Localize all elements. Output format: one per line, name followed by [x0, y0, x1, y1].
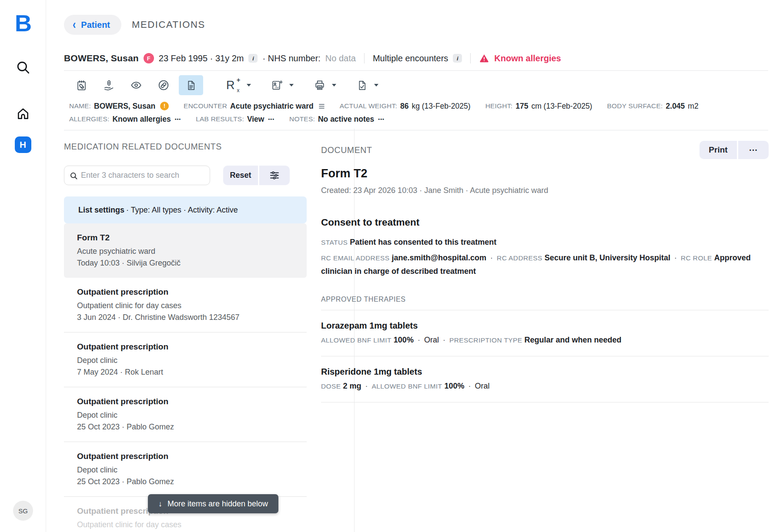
therapy-item: Risperidone 1mg tablets DOSE 2 mg · ALLO…: [321, 356, 769, 402]
administration-icon: [103, 80, 115, 91]
referral-add-icon: Ref: [271, 79, 283, 91]
referral-button[interactable]: Ref: [271, 79, 294, 91]
home-button[interactable]: [16, 107, 30, 121]
info-name-value: BOWERS, Susan: [94, 100, 155, 112]
document-item-title: Outpatient prescription: [77, 342, 302, 352]
rc-email-value: jane.smith@hospital.com: [392, 253, 486, 262]
therapy-item: Lorazepam 1mg tablets ALLOWED BNF LIMIT …: [321, 310, 769, 356]
medication-toolbar: R+x Ref: [64, 72, 768, 99]
document-item-meta: 7 May 2024 · Rok Lenart: [77, 366, 302, 378]
rc-address-value: Secure unit B, University Hospital: [545, 253, 670, 262]
info-body-surface-label: BODY SURFACE:: [607, 100, 663, 112]
document-list-item[interactable]: Form T2 Acute psychiatric ward Today 10:…: [64, 223, 307, 278]
chevron-down-icon: [289, 84, 294, 86]
notes-more-button[interactable]: •••: [378, 113, 385, 125]
encounter-menu-icon[interactable]: [318, 103, 325, 109]
info-notes: NOTES: No active notes •••: [289, 113, 385, 125]
print-document-button[interactable]: [314, 79, 336, 91]
rx-add-icon: R+x: [226, 80, 241, 91]
info-weight-label: ACTUAL WEIGHT:: [340, 100, 397, 112]
sex-badge: F: [144, 53, 154, 63]
separator-dot: ·: [673, 253, 679, 262]
document-list-item[interactable]: Outpatient prescription Depot clinic 25 …: [64, 442, 307, 497]
patient-info-bar: NAME: BOWERS, Susan ! ENCOUNTER Acute ps…: [64, 100, 768, 130]
sign-document-button[interactable]: [356, 80, 378, 91]
status-label: STATUS: [321, 239, 348, 246]
info-height-value: 175: [515, 100, 528, 112]
info-lab-results-value[interactable]: View: [247, 113, 264, 125]
document-item-meta: 25 Oct 2023 · Pablo Gomez: [77, 476, 302, 488]
document-item-title: Outpatient prescription: [77, 452, 302, 461]
medication-list-icon: [76, 80, 87, 91]
route-value: Oral: [424, 336, 439, 344]
bnf-limit-value: 100%: [394, 336, 414, 344]
more-items-tooltip-label: More items are hidden below: [167, 499, 268, 509]
printer-icon: [314, 79, 326, 91]
info-height-label: HEIGHT:: [485, 100, 513, 112]
more-items-tooltip[interactable]: ↓ More items are hidden below: [148, 494, 278, 513]
arrow-down-icon: ↓: [158, 499, 162, 509]
user-avatar[interactable]: SG: [13, 501, 33, 521]
document-item-location: Depot clinic: [77, 409, 302, 421]
lab-results-more-button[interactable]: •••: [268, 113, 274, 125]
document-actions: Print ···: [699, 141, 769, 159]
status-value: Patient has consented to this treatment: [350, 238, 496, 246]
approved-therapies-header: APPROVED THERAPIES: [321, 296, 769, 310]
global-search-button[interactable]: [16, 60, 30, 75]
document-item-title: Form T2: [77, 233, 302, 243]
divider: [364, 53, 365, 63]
rc-role-label: RC ROLE: [681, 254, 712, 262]
documents-button[interactable]: [179, 75, 203, 95]
documents-search-input[interactable]: [81, 171, 198, 180]
info-notes-value: No active notes: [318, 113, 374, 125]
review-button[interactable]: [124, 75, 148, 95]
info-lab-results: LAB RESULTS: View •••: [196, 113, 274, 125]
medication-list-button[interactable]: [69, 75, 94, 95]
encounters-label: Multiple encounters: [373, 53, 448, 63]
documents-panel: MEDICATION RELATED DOCUMENTS Reset: [64, 129, 307, 532]
patient-banner: BOWERS, Susan F 23 Feb 1995 · 31y 2m i ·…: [64, 53, 768, 63]
administration-button[interactable]: [97, 75, 121, 95]
info-name-label: NAME:: [69, 100, 91, 112]
print-button[interactable]: Print: [699, 141, 737, 159]
info-lab-results-label: LAB RESULTS:: [196, 113, 244, 125]
better-logo[interactable]: B: [15, 11, 31, 35]
prescribe-button[interactable]: [151, 75, 176, 95]
filter-settings-button[interactable]: [259, 166, 290, 185]
search-icon: [16, 60, 30, 75]
divider: [470, 53, 471, 63]
prescribe-rx-button[interactable]: R+x: [226, 80, 251, 91]
list-settings-row[interactable]: List settings · Type: All types · Activi…: [64, 196, 307, 223]
info-encounter: ENCOUNTER Acute psychiatric ward: [184, 100, 325, 112]
info-weight: ACTUAL WEIGHT: 86 kg (13-Feb-2025): [340, 100, 471, 112]
reset-button[interactable]: Reset: [223, 166, 258, 185]
encounters-info-icon[interactable]: i: [453, 54, 462, 63]
known-allergies-link[interactable]: Known allergies: [494, 53, 561, 63]
allergies-more-button[interactable]: •••: [175, 113, 181, 125]
rc-address-label: RC ADDRESS: [497, 254, 542, 262]
chevron-down-icon: [247, 84, 251, 86]
document-item-location: Outpatient clinic for day cases: [77, 300, 302, 312]
separator-dot: ·: [467, 382, 473, 390]
therapy-name: Lorazepam 1mg tablets: [321, 321, 769, 331]
info-height: HEIGHT: 175 cm (13-Feb-2025): [485, 100, 592, 112]
pill-circle-icon: [157, 79, 170, 91]
bnf-limit-value: 100%: [444, 382, 464, 390]
document-list-item[interactable]: Outpatient prescription Outpatient clini…: [64, 278, 307, 332]
document-list-item[interactable]: Outpatient prescription Depot clinic 25 …: [64, 387, 307, 442]
info-weight-suffix: kg (13-Feb-2025): [412, 100, 470, 112]
hospital-workspace-button[interactable]: H: [15, 136, 31, 153]
document-list-item[interactable]: Outpatient prescription Depot clinic 7 M…: [64, 332, 307, 387]
document-more-button[interactable]: ···: [738, 141, 769, 159]
document-item-location: Acute psychiatric ward: [77, 246, 302, 257]
main-area: ‹ Patient MEDICATIONS BOWERS, Susan F 23…: [46, 0, 783, 532]
filter-button-group: Reset: [223, 166, 290, 185]
document-sign-icon: [356, 80, 368, 91]
patient-info-icon[interactable]: i: [248, 54, 258, 63]
home-icon: [16, 107, 30, 121]
document-item-title: Outpatient prescription: [77, 397, 302, 406]
rc-email-label: RC EMAIL ADDRESS: [321, 254, 389, 262]
documents-panel-title: MEDICATION RELATED DOCUMENTS: [64, 129, 307, 152]
back-to-patient-button[interactable]: ‹ Patient: [64, 15, 121, 35]
name-warning-icon[interactable]: !: [160, 102, 169, 110]
